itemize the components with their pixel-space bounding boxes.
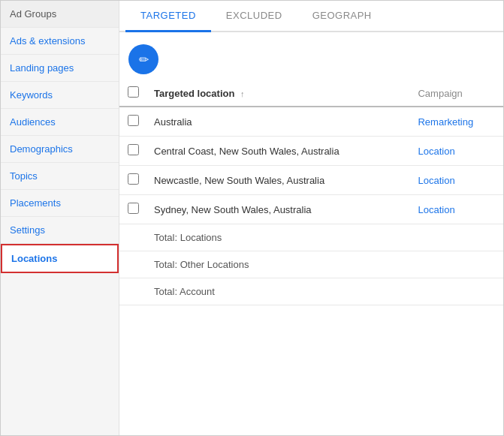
campaign-cell [410, 224, 503, 251]
location-cell: Total: Other Locations [146, 251, 410, 278]
campaign-cell [410, 251, 503, 278]
table-row: Newcastle, New South Wales, AustraliaLoc… [119, 166, 503, 195]
sidebar-item-landing-pages[interactable]: Landing pages [1, 55, 119, 82]
locations-table-wrap: Targeted location ↑ Campaign AustraliaRe… [119, 80, 503, 435]
row-checkbox-cell[interactable] [119, 195, 146, 224]
table-row: Central Coast, New South Wales, Australi… [119, 137, 503, 166]
main-content: Targeted Excluded Geograph ✏ [119, 1, 503, 435]
sort-icon: ↑ [240, 89, 245, 98]
location-cell: Newcastle, New South Wales, Australia [146, 166, 410, 195]
table-row: Total: Account [119, 278, 503, 305]
table-row: Total: Locations [119, 224, 503, 251]
sidebar-item-topics[interactable]: Topics [1, 163, 119, 190]
sidebar-item-ads-extensions[interactable]: Ads & extensions [1, 28, 119, 55]
campaign-cell[interactable]: Location [410, 137, 503, 166]
campaign-cell[interactable]: Remarketing [410, 107, 503, 137]
table-row: Total: Other Locations [119, 251, 503, 278]
row-checkbox[interactable] [128, 173, 139, 185]
row-checkbox[interactable] [128, 115, 139, 126]
edit-area: ✏ [119, 32, 503, 80]
campaign-cell [410, 278, 503, 305]
table-row: Sydney, New South Wales, AustraliaLocati… [119, 195, 503, 224]
sidebar-item-demographics[interactable]: Demographics [1, 136, 119, 163]
sidebar-item-locations[interactable]: Locations [1, 244, 119, 273]
location-cell: Australia [146, 107, 410, 137]
row-checkbox-cell[interactable] [119, 137, 146, 166]
sidebar-item-ad-groups[interactable]: Ad Groups [1, 1, 119, 28]
row-checkbox[interactable] [128, 203, 139, 214]
sidebar-item-placements[interactable]: Placements [1, 190, 119, 217]
sidebar-item-audiences[interactable]: Audiences [1, 109, 119, 136]
campaign-cell[interactable]: Location [410, 166, 503, 195]
header-location: Targeted location ↑ [146, 80, 410, 107]
empty-cell [119, 278, 146, 305]
select-all-checkbox[interactable] [128, 86, 139, 98]
row-checkbox[interactable] [128, 144, 139, 155]
table-row: AustraliaRemarketing [119, 107, 503, 137]
tab-geograph[interactable]: Geograph [297, 1, 387, 32]
header-checkbox-cell[interactable] [119, 80, 146, 107]
sidebar-item-keywords[interactable]: Keywords [1, 82, 119, 109]
edit-button[interactable]: ✏ [128, 44, 158, 74]
campaign-cell[interactable]: Location [410, 195, 503, 224]
tab-bar: Targeted Excluded Geograph [119, 1, 503, 32]
pencil-icon: ✏ [139, 53, 149, 67]
table-body: AustraliaRemarketingCentral Coast, New S… [119, 107, 503, 305]
table-header-row: Targeted location ↑ Campaign [119, 80, 503, 107]
empty-cell [119, 224, 146, 251]
sidebar-item-settings[interactable]: Settings [1, 217, 119, 244]
row-checkbox-cell[interactable] [119, 107, 146, 137]
tab-excluded[interactable]: Excluded [211, 1, 297, 32]
location-cell: Total: Locations [146, 224, 410, 251]
location-cell: Total: Account [146, 278, 410, 305]
empty-cell [119, 251, 146, 278]
location-cell: Central Coast, New South Wales, Australi… [146, 137, 410, 166]
sidebar: Ad Groups Ads & extensions Landing pages… [1, 1, 119, 435]
locations-table: Targeted location ↑ Campaign AustraliaRe… [119, 80, 503, 305]
location-cell: Sydney, New South Wales, Australia [146, 195, 410, 224]
tab-targeted[interactable]: Targeted [125, 1, 211, 32]
row-checkbox-cell[interactable] [119, 166, 146, 195]
header-campaign: Campaign [410, 80, 503, 107]
app-container: Ad Groups Ads & extensions Landing pages… [1, 1, 503, 435]
